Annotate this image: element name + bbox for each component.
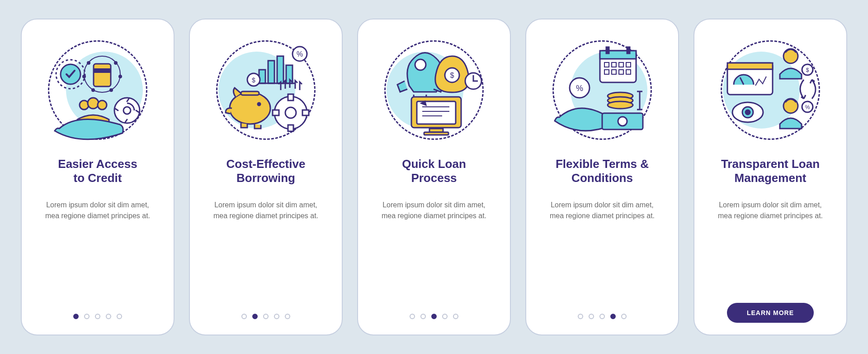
svg-rect-39 xyxy=(417,101,456,124)
svg-rect-41 xyxy=(424,132,448,135)
svg-rect-18 xyxy=(277,56,283,83)
onboarding-card-4: % Flexible Terms & Conditions Lorem ipsu… xyxy=(525,19,679,335)
pagination-dots xyxy=(73,314,122,319)
onboarding-card-2: % $ xyxy=(189,19,343,335)
card-description: Lorem ipsum dolor sit dim amet, mea regi… xyxy=(207,200,325,220)
svg-point-69 xyxy=(745,110,750,115)
svg-point-58 xyxy=(608,101,633,109)
dot-3[interactable] xyxy=(95,314,100,319)
svg-rect-65 xyxy=(727,63,773,69)
svg-rect-31 xyxy=(288,125,293,131)
dot-2[interactable] xyxy=(589,314,594,319)
illustration-wrap xyxy=(43,36,152,144)
dot-1[interactable] xyxy=(241,314,247,319)
card-title: Cost-Effective Borrowing xyxy=(226,157,306,185)
dot-4[interactable] xyxy=(274,314,279,319)
onboarding-card-1: Easier Access to Credit Lorem ipsum dolo… xyxy=(21,19,175,335)
card-title: Flexible Terms & Conditions xyxy=(556,157,649,185)
illustration-wrap: % $ xyxy=(212,36,320,144)
card-description: Lorem ipsum dolor sit dim amet, mea regi… xyxy=(39,200,156,220)
svg-point-34 xyxy=(415,59,426,70)
pagination-dots xyxy=(241,314,290,319)
cost-effective-icon: % $ xyxy=(214,38,318,142)
svg-text:%: % xyxy=(805,104,810,110)
svg-point-13 xyxy=(98,100,107,110)
svg-rect-10 xyxy=(94,68,111,73)
dot-2[interactable] xyxy=(84,314,90,319)
dot-3[interactable] xyxy=(431,314,437,319)
dot-1[interactable] xyxy=(410,314,415,319)
svg-point-23 xyxy=(230,92,270,124)
card-title: Easier Access to Credit xyxy=(58,157,137,185)
svg-text:$: $ xyxy=(252,77,255,84)
dot-4[interactable] xyxy=(610,314,616,319)
dot-4[interactable] xyxy=(442,314,448,319)
dot-2[interactable] xyxy=(420,314,426,319)
svg-text:%: % xyxy=(576,84,583,93)
transparent-loan-icon: $ % xyxy=(718,38,822,142)
svg-rect-44 xyxy=(606,47,609,53)
flexible-terms-icon: % xyxy=(550,38,654,142)
quick-loan-icon: $ xyxy=(382,38,486,142)
onboarding-card-5: $ % Transparent Loan Management Lorem ip… xyxy=(693,19,847,335)
dot-5[interactable] xyxy=(285,314,290,319)
pagination-dots xyxy=(578,314,627,319)
svg-point-29 xyxy=(285,107,296,118)
svg-rect-43 xyxy=(600,51,636,59)
svg-text:%: % xyxy=(297,50,303,58)
svg-rect-24 xyxy=(241,91,259,95)
svg-point-60 xyxy=(618,117,627,126)
illustration-wrap: % xyxy=(548,36,656,144)
svg-rect-33 xyxy=(302,110,309,115)
svg-rect-30 xyxy=(288,94,293,100)
svg-rect-32 xyxy=(273,110,279,115)
dot-2[interactable] xyxy=(252,314,258,319)
svg-point-12 xyxy=(88,98,99,109)
svg-point-7 xyxy=(91,88,95,92)
svg-rect-17 xyxy=(268,61,274,83)
svg-point-25 xyxy=(258,103,260,105)
dot-3[interactable] xyxy=(263,314,269,319)
svg-point-15 xyxy=(123,107,131,114)
dot-5[interactable] xyxy=(621,314,627,319)
svg-rect-9 xyxy=(94,64,111,86)
svg-point-4 xyxy=(114,61,118,65)
svg-rect-45 xyxy=(627,47,630,53)
access-credit-icon xyxy=(46,38,150,142)
svg-point-5 xyxy=(82,75,86,78)
dot-4[interactable] xyxy=(106,314,111,319)
card-description: Lorem ipsum dolor sit dim amet, mea regi… xyxy=(543,200,661,220)
pagination-dots xyxy=(410,314,458,319)
illustration-wrap: $ % xyxy=(716,36,825,144)
dot-3[interactable] xyxy=(599,314,605,319)
dot-1[interactable] xyxy=(73,314,79,319)
dot-1[interactable] xyxy=(578,314,583,319)
svg-text:$: $ xyxy=(806,67,809,73)
svg-text:$: $ xyxy=(450,72,454,79)
dot-5[interactable] xyxy=(453,314,458,319)
card-title: Transparent Loan Management xyxy=(721,157,820,185)
card-title: Quick Loan Process xyxy=(402,157,466,185)
learn-more-button[interactable]: LEARN MORE xyxy=(727,303,814,323)
card-description: Lorem ipsum dolor sit dim amet, mea regi… xyxy=(712,200,829,220)
dot-5[interactable] xyxy=(117,314,122,319)
svg-point-6 xyxy=(118,75,122,78)
card-description: Lorem ipsum dolor sit dim amet, mea regi… xyxy=(375,200,493,220)
onboarding-card-3: $ Quick Loan Process Lorem ipsum dolor s… xyxy=(357,19,511,335)
svg-point-3 xyxy=(87,61,90,65)
svg-point-8 xyxy=(109,88,113,92)
illustration-wrap: $ xyxy=(380,36,488,144)
